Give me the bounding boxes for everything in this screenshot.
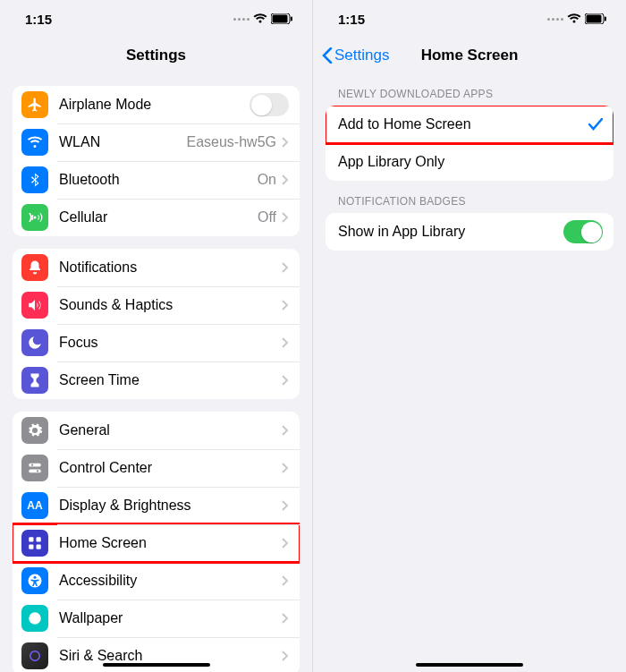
svg-rect-1 xyxy=(273,15,288,23)
status-bar: 1:15 xyxy=(313,0,626,38)
row-label: Wallpaper xyxy=(59,610,282,626)
status-icons xyxy=(547,13,606,24)
nav-bar: Settings xyxy=(0,38,312,73)
home-screen-panel: 1:15 Settings Home Screen NEWLY DOWNLOAD… xyxy=(313,0,626,672)
row-label: WLAN xyxy=(59,134,187,150)
row-label: Airplane Mode xyxy=(59,97,250,113)
row-label: Bluetooth xyxy=(59,172,258,188)
chevron-right-icon xyxy=(282,575,289,586)
svg-rect-10 xyxy=(37,545,41,549)
svg-point-5 xyxy=(31,464,33,466)
row-accessibility[interactable]: Accessibility xyxy=(13,562,300,600)
status-time: 1:15 xyxy=(25,12,52,27)
status-icons xyxy=(233,13,292,24)
chevron-right-icon xyxy=(282,137,289,148)
row-app-library-only[interactable]: App Library Only xyxy=(326,143,613,181)
antenna-icon xyxy=(21,204,48,231)
row-wallpaper[interactable]: Wallpaper xyxy=(13,600,300,637)
speaker-icon xyxy=(21,292,48,319)
svg-rect-2 xyxy=(291,17,292,21)
row-label: Cellular xyxy=(59,209,258,225)
row-home-screen[interactable]: Home Screen xyxy=(13,524,300,562)
row-value: Off xyxy=(258,209,276,225)
wallpaper-icon xyxy=(21,605,48,632)
chevron-right-icon xyxy=(282,375,289,386)
row-label: Show in App Library xyxy=(338,224,563,240)
row-sounds[interactable]: Sounds & Haptics xyxy=(13,286,300,324)
row-screen-time[interactable]: Screen Time xyxy=(13,362,300,399)
row-label: Focus xyxy=(59,335,282,351)
svg-point-14 xyxy=(33,617,38,621)
svg-rect-4 xyxy=(29,470,41,473)
row-cellular[interactable]: Cellular Off xyxy=(13,199,300,236)
nav-bar: Settings Home Screen xyxy=(313,38,626,73)
svg-point-12 xyxy=(34,576,37,579)
chevron-right-icon xyxy=(282,262,289,273)
chevron-right-icon xyxy=(282,300,289,310)
home-screen-list[interactable]: NEWLY DOWNLOADED APPS Add to Home Screen… xyxy=(313,73,626,672)
show-in-library-switch[interactable] xyxy=(563,220,603,243)
row-label: Notifications xyxy=(59,259,282,276)
page-title: Home Screen xyxy=(421,47,519,64)
settings-list[interactable]: Airplane Mode WLAN Easeus-hw5G Bluetooth… xyxy=(0,73,312,672)
back-label: Settings xyxy=(334,47,389,64)
settings-group-notifications: Notifications Sounds & Haptics Focus Scr… xyxy=(13,249,300,399)
settings-group-connectivity: Airplane Mode WLAN Easeus-hw5G Bluetooth… xyxy=(13,86,300,236)
cellular-dots-icon xyxy=(233,18,250,21)
siri-icon xyxy=(21,642,48,669)
chevron-right-icon xyxy=(282,538,289,549)
settings-group-general: General Control Center AA Display & Brig… xyxy=(13,412,300,672)
row-siri[interactable]: Siri & Search xyxy=(13,637,300,672)
row-label: General xyxy=(59,422,282,438)
chevron-right-icon xyxy=(282,425,289,436)
bluetooth-icon xyxy=(21,166,48,193)
page-title: Settings xyxy=(126,47,186,64)
svg-rect-18 xyxy=(605,17,606,21)
row-notifications[interactable]: Notifications xyxy=(13,249,300,286)
row-label: Control Center xyxy=(59,460,282,476)
row-airplane-mode[interactable]: Airplane Mode xyxy=(13,86,300,123)
gear-icon xyxy=(21,417,48,444)
chevron-right-icon xyxy=(282,174,289,185)
chevron-right-icon xyxy=(282,212,289,223)
svg-point-6 xyxy=(37,470,38,472)
row-display-brightness[interactable]: AA Display & Brightness xyxy=(13,487,300,524)
svg-rect-7 xyxy=(29,537,33,541)
row-bluetooth[interactable]: Bluetooth On xyxy=(13,161,300,199)
row-label: Sounds & Haptics xyxy=(59,297,282,313)
home-indicator[interactable] xyxy=(416,663,523,667)
chevron-right-icon xyxy=(282,613,289,624)
chevron-left-icon xyxy=(322,47,333,64)
svg-rect-8 xyxy=(37,537,41,541)
svg-rect-3 xyxy=(29,464,41,467)
status-bar: 1:15 xyxy=(0,0,312,38)
row-focus[interactable]: Focus xyxy=(13,324,300,362)
row-value: Easeus-hw5G xyxy=(187,134,277,150)
svg-rect-17 xyxy=(587,15,602,23)
back-button[interactable]: Settings xyxy=(322,47,389,64)
chevron-right-icon xyxy=(282,463,289,473)
wifi-icon xyxy=(567,13,581,24)
person-icon xyxy=(21,567,48,594)
row-label: Screen Time xyxy=(59,372,282,388)
section-header: NEWLY DOWNLOADED APPS xyxy=(326,73,613,106)
row-show-in-app-library[interactable]: Show in App Library xyxy=(326,213,613,251)
row-control-center[interactable]: Control Center xyxy=(13,449,300,487)
aa-icon: AA xyxy=(21,492,48,519)
svg-point-15 xyxy=(30,651,40,661)
row-wlan[interactable]: WLAN Easeus-hw5G xyxy=(13,123,300,161)
row-add-to-home-screen[interactable]: Add to Home Screen xyxy=(326,106,613,143)
row-label: Add to Home Screen xyxy=(338,116,588,132)
row-general[interactable]: General xyxy=(13,412,300,449)
switches-icon xyxy=(21,455,48,481)
chevron-right-icon xyxy=(282,337,289,348)
row-label: Display & Brightness xyxy=(59,498,282,514)
airplane-switch[interactable] xyxy=(250,93,289,116)
group-notification-badges: Show in App Library xyxy=(326,213,613,251)
home-indicator[interactable] xyxy=(103,663,210,667)
chevron-right-icon xyxy=(282,500,289,511)
row-label: App Library Only xyxy=(338,154,603,170)
row-label: Siri & Search xyxy=(59,648,282,664)
wifi-icon xyxy=(21,129,48,156)
hourglass-icon xyxy=(21,367,48,394)
